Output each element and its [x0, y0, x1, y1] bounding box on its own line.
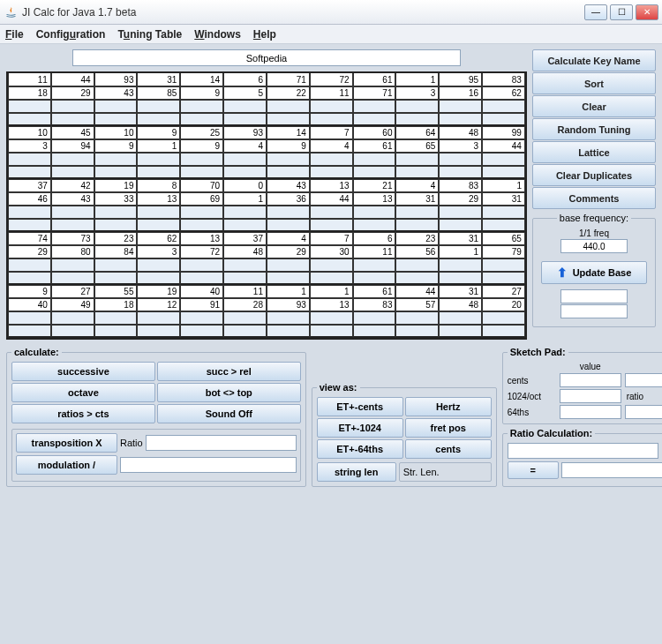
grid-cell-empty[interactable] — [180, 258, 223, 272]
grid-cell-empty[interactable] — [395, 166, 439, 179]
grid-cell-empty[interactable] — [482, 113, 525, 126]
grid-cell[interactable]: 91 — [180, 298, 223, 311]
grid-cell-empty[interactable] — [137, 100, 180, 113]
grid-cell[interactable]: 83 — [482, 73, 525, 86]
grid-cell-empty[interactable] — [8, 113, 51, 126]
grid-cell[interactable]: 65 — [395, 139, 439, 153]
grid-cell-empty[interactable] — [482, 311, 525, 325]
grid-cell[interactable]: 11 — [223, 285, 267, 298]
rc-in-1[interactable] — [508, 443, 658, 459]
grid-cell-empty[interactable] — [94, 311, 138, 325]
grid-cell-empty[interactable] — [180, 153, 223, 166]
grid-cell-empty[interactable] — [51, 153, 94, 166]
grid-cell-empty[interactable] — [395, 219, 439, 232]
grid-cell[interactable]: 20 — [482, 298, 525, 311]
grid-cell-empty[interactable] — [482, 272, 525, 285]
grid-cell[interactable]: 31 — [395, 192, 439, 206]
string-len-button[interactable]: string len — [317, 462, 396, 482]
menu-configuration[interactable]: Configuration — [36, 28, 106, 41]
grid-cell-empty[interactable] — [439, 311, 482, 325]
grid-cell[interactable]: 5 — [223, 86, 267, 100]
cents-value-input[interactable] — [560, 373, 621, 387]
grid-cell[interactable]: 13 — [353, 192, 396, 206]
grid-cell[interactable]: 12 — [137, 298, 180, 311]
grid-cell-empty[interactable] — [482, 153, 525, 166]
grid-cell[interactable]: 56 — [395, 245, 439, 258]
grid-cell[interactable]: 93 — [267, 298, 310, 311]
grid-cell[interactable]: 46 — [8, 192, 51, 206]
grid-cell-empty[interactable] — [223, 219, 267, 232]
grid-cell[interactable]: 3 — [395, 86, 439, 100]
grid-cell-empty[interactable] — [439, 166, 482, 179]
search-input[interactable] — [72, 49, 461, 66]
grid-cell-empty[interactable] — [180, 311, 223, 325]
grid-cell[interactable]: 19 — [94, 179, 138, 192]
cents-button[interactable]: cents — [405, 439, 492, 459]
grid-cell-empty[interactable] — [267, 325, 310, 338]
grid-cell-empty[interactable] — [8, 325, 51, 338]
grid-cell[interactable]: 3 — [439, 139, 482, 153]
grid-cell-empty[interactable] — [439, 113, 482, 126]
grid-cell[interactable]: 19 — [137, 285, 180, 298]
grid-cell-empty[interactable] — [353, 166, 396, 179]
grid-cell-empty[interactable] — [267, 272, 310, 285]
grid-cell-empty[interactable] — [51, 272, 94, 285]
grid-cell-empty[interactable] — [310, 206, 353, 219]
minimize-button[interactable]: — — [584, 4, 607, 20]
grid-cell[interactable]: 22 — [267, 86, 310, 100]
grid-cell-empty[interactable] — [94, 153, 138, 166]
grid-cell-empty[interactable] — [180, 113, 223, 126]
grid-cell[interactable]: 9 — [137, 126, 180, 139]
grid-cell[interactable]: 10 — [94, 126, 138, 139]
grid-cell-empty[interactable] — [267, 219, 310, 232]
grid-cell[interactable]: 16 — [439, 86, 482, 100]
grid-cell-empty[interactable] — [137, 166, 180, 179]
grid-cell-empty[interactable] — [8, 206, 51, 219]
grid-cell-empty[interactable] — [51, 206, 94, 219]
grid-cell[interactable]: 71 — [353, 86, 396, 100]
grid-cell-empty[interactable] — [180, 272, 223, 285]
grid-cell-empty[interactable] — [51, 311, 94, 325]
grid-cell[interactable]: 33 — [94, 192, 138, 206]
grid-cell-empty[interactable] — [353, 219, 396, 232]
octave-button[interactable]: octave — [11, 383, 155, 402]
grid-cell[interactable]: 31 — [439, 232, 482, 245]
grid-cell-empty[interactable] — [137, 206, 180, 219]
grid-cell-empty[interactable] — [267, 206, 310, 219]
grid-cell[interactable]: 25 — [180, 126, 223, 139]
grid-cell-empty[interactable] — [482, 206, 525, 219]
grid-cell[interactable]: 49 — [51, 298, 94, 311]
comments-button[interactable]: Comments — [532, 187, 656, 209]
grid-cell-empty[interactable] — [439, 100, 482, 113]
grid-cell-empty[interactable] — [8, 100, 51, 113]
cents-res-input[interactable] — [625, 373, 662, 387]
grid-cell-empty[interactable] — [137, 311, 180, 325]
grid-cell[interactable]: 18 — [94, 298, 138, 311]
grid-cell-empty[interactable] — [395, 258, 439, 272]
grid-cell[interactable]: 29 — [8, 245, 51, 258]
grid-cell-empty[interactable] — [137, 113, 180, 126]
grid-cell[interactable]: 80 — [51, 245, 94, 258]
grid-cell[interactable]: 40 — [8, 298, 51, 311]
grid-cell[interactable]: 95 — [439, 73, 482, 86]
grid-cell[interactable]: 55 — [94, 285, 138, 298]
grid-cell[interactable]: 14 — [180, 73, 223, 86]
sort-button[interactable]: Sort — [532, 72, 656, 94]
grid-cell[interactable]: 94 — [51, 139, 94, 153]
grid-cell[interactable]: 31 — [137, 73, 180, 86]
grid-cell-empty[interactable] — [395, 272, 439, 285]
grid-cell-empty[interactable] — [395, 325, 439, 338]
grid-cell[interactable]: 43 — [51, 192, 94, 206]
grid-cell[interactable]: 60 — [353, 126, 396, 139]
grid-cell[interactable]: 4 — [310, 139, 353, 153]
grid-cell[interactable]: 29 — [51, 86, 94, 100]
grid-cell[interactable]: 14 — [267, 126, 310, 139]
grid-cell[interactable]: 64 — [395, 126, 439, 139]
transposition-button[interactable]: transposition X — [16, 433, 117, 453]
menu-file[interactable]: File — [5, 28, 24, 41]
grid-cell-empty[interactable] — [94, 272, 138, 285]
grid-cell[interactable]: 71 — [267, 73, 310, 86]
grid-cell[interactable]: 10 — [8, 126, 51, 139]
grid-cell-empty[interactable] — [267, 166, 310, 179]
grid-cell-empty[interactable] — [8, 219, 51, 232]
